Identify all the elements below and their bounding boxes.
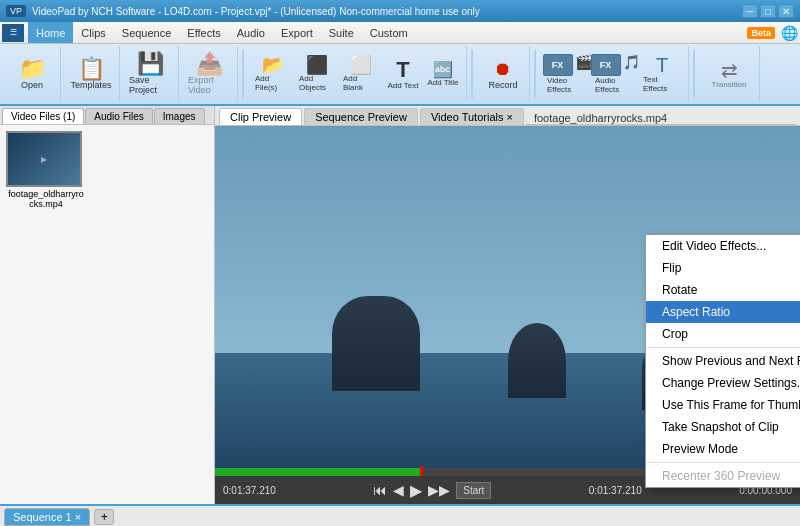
ctx-aspect-ratio-label: Aspect Ratio [662, 305, 730, 319]
add-objects-label: Add Objects [299, 74, 335, 92]
video-effects-button[interactable]: FX 🎬 Video Effects [544, 50, 590, 98]
menu-home[interactable]: Home [28, 22, 73, 43]
preview-step-back[interactable]: ◀ [393, 482, 404, 498]
audio-effects-button[interactable]: FX 🎵 Audio Effects [592, 50, 638, 98]
list-item[interactable]: ▶ footage_oldharryrocks.mp4 [6, 131, 86, 209]
preview-tab-bar: Clip Preview Sequence Preview Video Tuto… [215, 106, 800, 126]
main-content: Video Files (1) Audio Files Images ▶ foo… [0, 106, 800, 504]
export-icon: 📤 [196, 53, 223, 75]
ctx-change-preview[interactable]: Change Preview Settings... [646, 372, 800, 394]
ribbon-add-group: 📂 Add File(s) ⬛ Add Objects ⬜ Add Blank … [248, 46, 467, 102]
video-files-tab[interactable]: Video Files (1) [2, 108, 84, 124]
sequence-preview-tab[interactable]: Sequence Preview [304, 108, 418, 125]
templates-button[interactable]: 📋 Templates [67, 50, 115, 98]
templates-label: Templates [70, 80, 111, 90]
menu-effects[interactable]: Effects [179, 22, 228, 43]
preview-start-button[interactable]: Start [456, 482, 491, 499]
ribbon-save-group: 💾 Save Project [122, 46, 179, 102]
images-tab[interactable]: Images [154, 108, 205, 124]
ctx-take-snapshot-label: Take Snapshot of Clip [662, 420, 779, 434]
ctx-edit-video-effects-label: Edit Video Effects... [662, 239, 766, 253]
ribbon: 📁 Open 📋 Templates 💾 Save Project 📤 Expo… [0, 44, 800, 106]
transition-button[interactable]: ⇄ Transition [703, 50, 755, 98]
timeline-container: Sequence 1 × + 0:00:00.000 0:01:00.000 0… [0, 504, 800, 526]
ctx-flip[interactable]: Flip ▶ [646, 257, 800, 279]
clip-start-time: 0:01:37.210 [223, 485, 276, 496]
context-menu: Edit Video Effects... Alt+V Flip ▶ Rotat… [645, 234, 800, 488]
video-effects-fx-box: FX [543, 54, 573, 76]
export-label: Export Video [188, 75, 230, 95]
menu-clips[interactable]: Clips [73, 22, 113, 43]
text-effects-button[interactable]: T Text Effects [640, 50, 684, 98]
ctx-show-prev-next-label: Show Previous and Next Frames [662, 354, 800, 368]
record-icon: ⏺ [494, 59, 512, 80]
menu-export[interactable]: Export [273, 22, 321, 43]
add-text-label: Add Text [388, 81, 419, 90]
add-files-label: Add File(s) [255, 74, 291, 92]
ribbon-effects-group: FX 🎬 Video Effects FX 🎵 Audio Effects T … [540, 46, 689, 102]
maximize-button[interactable]: □ [760, 4, 776, 18]
ctx-separator-1 [646, 347, 800, 348]
ctx-use-thumb[interactable]: Use This Frame for Thumb Frame [646, 394, 800, 416]
preview-go-start[interactable]: ⏮ [373, 482, 387, 498]
add-title-button[interactable]: 🔤 Add Title [424, 50, 462, 98]
ctx-take-snapshot[interactable]: Take Snapshot of Clip ▶ [646, 416, 800, 438]
clip-current-time: 0:01:37.210 [589, 485, 642, 496]
add-objects-button[interactable]: ⬛ Add Objects [296, 50, 338, 98]
title-text: VideoPad by NCH Software - LO4D.com - Pr… [32, 6, 480, 17]
ribbon-transition-group: ⇄ Transition [699, 46, 760, 102]
add-text-button[interactable]: T Add Text [384, 50, 422, 98]
menu-bar: ☰ Home Clips Sequence Effects Audio Expo… [0, 22, 800, 44]
file-bins-tabs: Video Files (1) Audio Files Images [0, 106, 214, 125]
export-video-button[interactable]: 📤 Export Video [185, 50, 233, 98]
social-icons: 🌐 [781, 25, 798, 41]
ribbon-templates-group: 📋 Templates [63, 46, 120, 102]
ctx-edit-video-effects[interactable]: Edit Video Effects... Alt+V [646, 235, 800, 257]
file-name: footage_oldharryrocks.mp4 [6, 189, 86, 209]
close-button[interactable]: ✕ [778, 4, 794, 18]
save-label: Save Project [129, 75, 171, 95]
center-panel: Clip Preview Sequence Preview Video Tuto… [215, 106, 800, 504]
add-blank-button[interactable]: ⬜ Add Blank [340, 50, 382, 98]
ctx-crop[interactable]: Crop ▶ [646, 323, 800, 345]
title-bar: VP VideoPad by NCH Software - LO4D.com -… [0, 0, 800, 22]
menu-sequence[interactable]: Sequence [114, 22, 180, 43]
minimize-button[interactable]: ─ [742, 4, 758, 18]
video-tutorials-tab[interactable]: Video Tutorials × [420, 108, 524, 125]
window-controls[interactable]: ─ □ ✕ [742, 4, 794, 18]
sequence-bar: Sequence 1 × + [0, 506, 800, 526]
preview-filename: footage_oldharryrocks.mp4 [534, 112, 667, 124]
add-files-button[interactable]: 📂 Add File(s) [252, 50, 294, 98]
ribbon-file-group: 📁 Open [4, 46, 61, 102]
templates-icon: 📋 [78, 58, 105, 80]
sequence-1-tab[interactable]: Sequence 1 × [4, 508, 90, 526]
open-icon: 📁 [19, 58, 46, 80]
app-menu-logo: ☰ [2, 24, 24, 42]
ctx-use-thumb-label: Use This Frame for Thumb Frame [662, 398, 800, 412]
ctx-show-prev-next[interactable]: Show Previous and Next Frames [646, 350, 800, 372]
file-list: ▶ footage_oldharryrocks.mp4 [0, 125, 214, 504]
audio-files-tab[interactable]: Audio Files [85, 108, 152, 124]
menu-audio[interactable]: Audio [229, 22, 273, 43]
ctx-rotate[interactable]: Rotate ▶ [646, 279, 800, 301]
record-label: Record [488, 80, 517, 90]
ctx-preview-mode-label: Preview Mode [662, 442, 738, 456]
add-objects-icon: ⬛ [306, 56, 328, 74]
open-button[interactable]: 📁 Open [8, 50, 56, 98]
save-project-button[interactable]: 💾 Save Project [126, 50, 174, 98]
menu-suite[interactable]: Suite [321, 22, 362, 43]
ctx-flip-label: Flip [662, 261, 681, 275]
clip-preview-tab[interactable]: Clip Preview [219, 108, 302, 125]
preview-area: 0:01:37.210 ⏮ ◀ ▶ ▶▶ Start 0:01:37.210 0… [215, 126, 800, 504]
record-button[interactable]: ⏺ Record [481, 50, 525, 98]
ctx-preview-mode[interactable]: Preview Mode ▶ [646, 438, 800, 460]
ctx-crop-label: Crop [662, 327, 688, 341]
ctx-aspect-ratio[interactable]: Aspect Ratio ▶ [646, 301, 800, 323]
menu-custom[interactable]: Custom [362, 22, 416, 43]
preview-play[interactable]: ▶ [410, 481, 422, 500]
file-thumbnail: ▶ [6, 131, 82, 187]
ctx-change-preview-label: Change Preview Settings... [662, 376, 800, 390]
left-panel: Video Files (1) Audio Files Images ▶ foo… [0, 106, 215, 504]
add-sequence-button[interactable]: + [94, 509, 114, 525]
preview-step-fwd[interactable]: ▶▶ [428, 482, 450, 498]
